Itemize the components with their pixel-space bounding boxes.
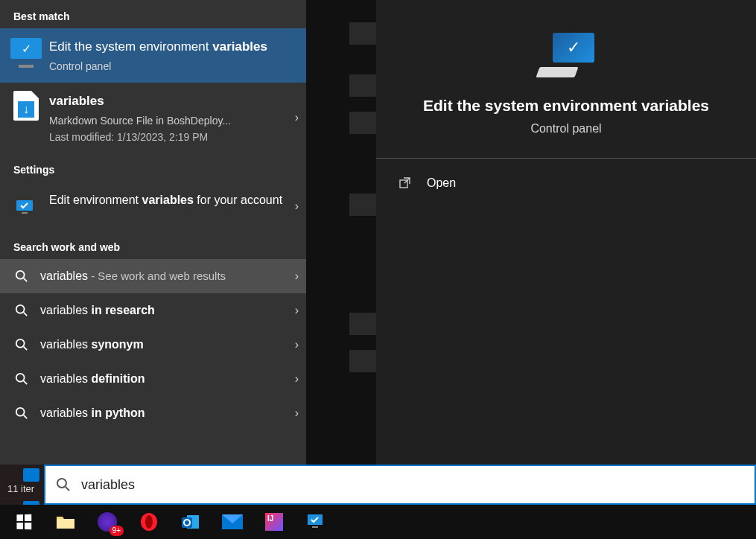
result-subtitle: Control panel: [49, 60, 296, 72]
monitor-check-icon: [13, 195, 39, 220]
search-icon: [13, 406, 30, 420]
search-icon: [13, 372, 30, 386]
section-header-settings: Settings: [0, 153, 306, 182]
preview-subtitle: Control panel: [530, 122, 601, 135]
section-header-work-web: Search work and web: [0, 231, 306, 259]
taskbar-mail[interactable]: [212, 505, 253, 539]
svg-point-17: [145, 515, 153, 529]
search-icon: [13, 304, 30, 317]
desktop-icon[interactable]: [22, 466, 40, 484]
svg-point-2: [16, 271, 25, 279]
web-search-suggestion[interactable]: variables definition›: [0, 362, 306, 396]
explorer-status-text: 11 iter: [7, 483, 34, 494]
outlook-icon: [180, 511, 201, 532]
result-subtitle: Markdown Source File in BoshDeploy...: [49, 115, 296, 127]
open-external-icon: [398, 176, 413, 190]
preview-hero-icon: ✓: [538, 33, 594, 77]
svg-line-11: [24, 415, 28, 419]
result-variables-file[interactable]: ↓ variables Markdown Source File in Bosh…: [0, 83, 306, 153]
markdown-file-icon: ↓: [13, 93, 39, 118]
chevron-right-icon[interactable]: ›: [295, 270, 299, 283]
chevron-right-icon[interactable]: ›: [295, 304, 299, 317]
taskbar-opera[interactable]: [128, 505, 170, 539]
monitor-check-icon: ✓: [13, 39, 39, 64]
preview-action-label: Open: [427, 176, 456, 190]
preview-action-open[interactable]: Open: [376, 166, 756, 200]
search-icon: [45, 477, 81, 492]
result-modified-date: Last modified: 1/13/2023, 2:19 PM: [49, 131, 296, 143]
preview-title: Edit the system environment variables: [408, 97, 724, 115]
result-title: Edit the system environment variables: [49, 39, 296, 56]
taskbar: 9+ IJ: [0, 505, 756, 539]
web-search-suggestion[interactable]: variables in research›: [0, 293, 306, 328]
search-icon: [13, 338, 30, 351]
svg-point-13: [57, 479, 66, 488]
svg-point-8: [16, 374, 25, 382]
web-suggestion-text: variables - See work and web results: [40, 270, 226, 283]
taskbar-app[interactable]: [295, 505, 337, 539]
search-input[interactable]: [81, 477, 755, 493]
panel-gap: [306, 0, 376, 465]
svg-line-7: [24, 347, 28, 351]
svg-point-6: [16, 339, 25, 348]
svg-rect-23: [312, 526, 318, 528]
search-preview-panel: ✓ Edit the system environment variables …: [376, 0, 756, 465]
web-suggestion-text: variables in python: [40, 406, 144, 420]
windows-logo-icon: [16, 514, 31, 530]
web-suggestion-text: variables definition: [40, 372, 144, 386]
svg-line-3: [24, 278, 28, 282]
web-suggestion-text: variables synonym: [40, 338, 144, 351]
result-edit-user-env-vars[interactable]: Edit environment variables for your acco…: [0, 182, 306, 231]
result-title: variables: [49, 93, 296, 110]
svg-line-14: [66, 487, 69, 491]
intellij-icon: IJ: [265, 513, 283, 531]
chevron-right-icon[interactable]: ›: [295, 111, 299, 124]
svg-point-10: [16, 408, 25, 416]
taskbar-app-purple[interactable]: 9+: [86, 505, 128, 539]
desktop-background: ⬇ ♪ 11 iter Best match ✓ Edit the system…: [0, 0, 756, 539]
result-title: Edit environment variables for your acco…: [49, 192, 296, 208]
opera-icon: [139, 511, 159, 532]
svg-rect-1: [22, 212, 28, 214]
mail-icon: [222, 511, 243, 532]
search-bar[interactable]: [44, 465, 756, 505]
search-icon: [13, 270, 30, 283]
chevron-right-icon[interactable]: ›: [295, 372, 299, 386]
app-icon: [305, 511, 326, 532]
chevron-right-icon[interactable]: ›: [295, 338, 299, 351]
chevron-right-icon[interactable]: ›: [295, 406, 299, 420]
taskbar-file-explorer[interactable]: [45, 505, 86, 539]
chevron-right-icon[interactable]: ›: [295, 200, 299, 213]
folder-icon: [55, 511, 76, 532]
web-search-suggestion[interactable]: variables synonym›: [0, 328, 306, 362]
start-button[interactable]: [3, 505, 45, 539]
section-header-best-match: Best match: [0, 0, 306, 28]
svg-point-4: [16, 305, 25, 313]
svg-line-5: [24, 313, 28, 316]
web-search-suggestion[interactable]: variables in python›: [0, 396, 306, 430]
web-search-suggestion[interactable]: variables - See work and web results›: [0, 259, 306, 293]
search-results-panel: Best match ✓ Edit the system environment…: [0, 0, 306, 465]
taskbar-outlook[interactable]: [170, 505, 212, 539]
result-edit-system-env-vars[interactable]: ✓ Edit the system environment variables …: [0, 28, 306, 83]
web-suggestion-text: variables in research: [40, 304, 155, 317]
taskbar-intellij[interactable]: IJ: [253, 505, 295, 539]
svg-line-9: [24, 381, 28, 385]
notification-badge: 9+: [109, 526, 124, 536]
svg-rect-15: [57, 519, 74, 529]
